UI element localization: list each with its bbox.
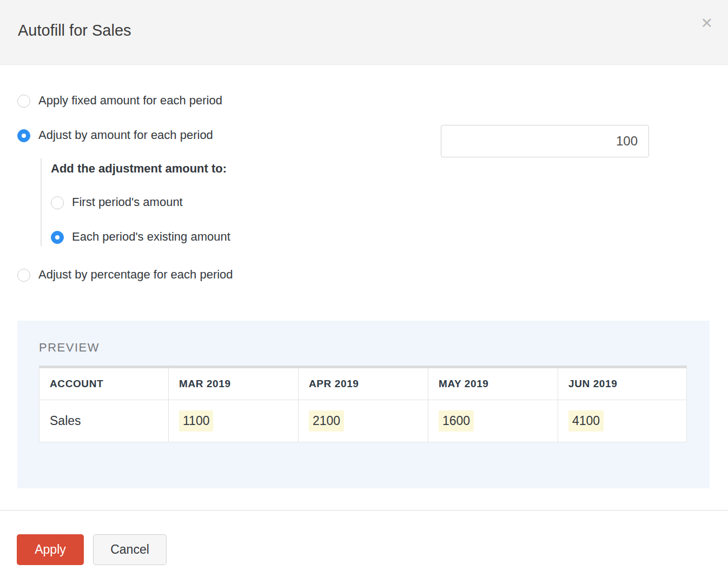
account-name-cell: Sales (39, 400, 169, 442)
radio-fixed-amount-label[interactable]: Apply fixed amount for each period (38, 94, 222, 108)
radio-fixed-amount[interactable] (17, 95, 30, 108)
value-cell-mar: 1100 (169, 400, 299, 442)
adjustment-target-heading: Add the adjustment amount to: (51, 162, 227, 176)
value-cell-may: 1600 (428, 400, 558, 442)
column-header-account: ACCOUNT (39, 368, 169, 400)
highlighted-value: 1600 (439, 410, 474, 432)
radio-adjust-by-percentage-label[interactable]: Adjust by percentage for each period (38, 268, 233, 282)
radio-adjust-by-amount[interactable] (17, 129, 30, 142)
dialog-header: Autofill for Sales ✕ (0, 0, 728, 65)
highlighted-value: 4100 (568, 410, 604, 432)
value-cell-jun: 4100 (558, 400, 686, 442)
footer-divider (0, 510, 728, 511)
adjustment-amount-input[interactable] (441, 125, 649, 157)
indent-guide-line (41, 158, 42, 246)
cancel-button[interactable]: Cancel (93, 534, 167, 565)
preview-label: PREVIEW (39, 341, 100, 355)
column-header-mar-2019: MAR 2019 (169, 368, 299, 400)
highlighted-value: 1100 (179, 410, 213, 432)
value-cell-apr: 2100 (299, 400, 428, 442)
radio-each-period-label[interactable]: Each period's existing amount (72, 230, 230, 244)
table-row: Sales 1100 2100 1600 4100 (39, 400, 686, 442)
table-header-row: ACCOUNT MAR 2019 APR 2019 MAY 2019 JUN 2… (39, 368, 686, 400)
radio-adjust-by-percentage[interactable] (17, 269, 30, 282)
close-icon[interactable]: ✕ (700, 16, 713, 31)
column-header-jun-2019: JUN 2019 (558, 368, 686, 400)
column-header-may-2019: MAY 2019 (428, 368, 558, 400)
column-header-apr-2019: APR 2019 (299, 368, 428, 400)
radio-adjust-by-amount-label[interactable]: Adjust by amount for each period (38, 128, 213, 142)
preview-table: ACCOUNT MAR 2019 APR 2019 MAY 2019 JUN 2… (39, 366, 687, 442)
radio-first-period[interactable] (51, 196, 64, 209)
apply-button[interactable]: Apply (17, 534, 84, 565)
highlighted-value: 2100 (309, 410, 344, 432)
radio-first-period-label[interactable]: First period's amount (72, 195, 183, 209)
dialog-title: Autofill for Sales (18, 22, 131, 39)
preview-panel: PREVIEW ACCOUNT MAR 2019 APR 2019 MAY 20… (17, 321, 710, 488)
radio-each-period[interactable] (51, 231, 64, 244)
autofill-dialog: Autofill for Sales ✕ Apply fixed amount … (0, 0, 728, 584)
